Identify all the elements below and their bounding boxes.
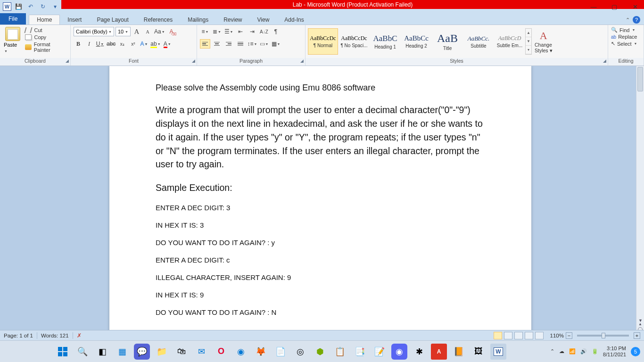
pdf-button[interactable]: A (431, 344, 447, 360)
firefox-button[interactable]: 🦊 (253, 344, 269, 360)
bold-button[interactable]: B (74, 39, 83, 49)
underline-button[interactable]: U▼ (95, 39, 105, 49)
slack-button[interactable]: ✱ (411, 344, 427, 360)
vertical-scrollbar[interactable]: ▼ ▼ ▲ (636, 66, 644, 340)
prev-page-button[interactable]: ▲ (638, 322, 642, 326)
discord-button[interactable]: ◉ (391, 344, 407, 360)
search-button[interactable]: 🔍 (74, 344, 91, 360)
find-button[interactable]: 🔍Find ▼ (611, 27, 641, 33)
align-left-button[interactable] (200, 39, 210, 49)
increase-indent-button[interactable]: ⇥ (247, 27, 257, 36)
volume-icon[interactable]: 🔊 (580, 348, 587, 354)
font-color-button[interactable]: A▼ (163, 39, 172, 49)
view-web-layout[interactable] (514, 332, 523, 339)
borders-button[interactable]: ▦▼ (271, 39, 281, 49)
style---normal[interactable]: AaBbCcDc¶ Normal (308, 28, 338, 55)
app-button-5[interactable]: 🖼 (471, 344, 487, 360)
close-button[interactable]: ✕ (629, 3, 641, 10)
status-page[interactable]: Page: 1 of 1 (4, 333, 33, 338)
font-name-combo[interactable]: Calibri (Body)▼ (74, 27, 114, 36)
sort-button[interactable]: A↓Z (259, 27, 269, 36)
zoom-out-button[interactable]: − (566, 332, 572, 339)
style-title[interactable]: AaBTitle (432, 28, 462, 55)
font-size-combo[interactable]: 10▼ (116, 27, 131, 36)
clock[interactable]: 3:10 PM 8/11/2021 (603, 346, 626, 357)
notepad-button[interactable]: 📄 (272, 344, 289, 360)
task-view-button[interactable]: ◧ (94, 344, 110, 360)
multilevel-list-button[interactable]: ☰▼ (223, 27, 234, 36)
font-dialog-launcher[interactable]: ◢ (192, 58, 195, 63)
app-button-3[interactable]: 📑 (352, 344, 368, 360)
select-button[interactable]: ↖Select ▼ (611, 41, 641, 47)
battery-icon[interactable]: 🔋 (592, 348, 598, 354)
qat-save-button[interactable]: 💾 (13, 2, 24, 11)
format-painter-button[interactable]: Format Painter (24, 41, 67, 53)
style-heading-2[interactable]: AaBbCcHeading 2 (401, 28, 431, 55)
tab-file[interactable]: File (0, 13, 26, 25)
app-button-2[interactable]: 📋 (332, 344, 348, 360)
bullets-button[interactable]: ≡▼ (200, 27, 210, 36)
tab-insert[interactable]: Insert (60, 15, 89, 25)
app-button-4[interactable]: 📙 (451, 344, 467, 360)
highlight-button[interactable]: ab▼ (150, 39, 161, 49)
copy-button[interactable]: Copy (24, 34, 67, 41)
zoom-in-button[interactable]: + (634, 332, 640, 339)
tab-mailings[interactable]: Mailings (180, 15, 216, 25)
paste-icon[interactable] (5, 27, 20, 41)
opera-button[interactable]: O (213, 344, 229, 360)
clipboard-dialog-launcher[interactable]: ◢ (66, 58, 69, 63)
status-words[interactable]: Words: 121 (41, 333, 69, 338)
paste-button[interactable]: Paste ▼ (4, 42, 21, 53)
shading-button[interactable]: ▭▼ (259, 39, 269, 49)
paragraph-dialog-launcher[interactable]: ◢ (300, 58, 304, 63)
superscript-button[interactable]: x² (128, 39, 138, 49)
zoom-level[interactable]: 110% (550, 333, 564, 338)
view-print-layout[interactable] (494, 332, 502, 339)
style---no-spaci---[interactable]: AaBbCcDc¶ No Spaci... (339, 28, 369, 55)
align-center-button[interactable] (212, 39, 222, 49)
chrome-button[interactable]: ◎ (292, 344, 308, 360)
help-button[interactable]: ? (633, 16, 640, 24)
wifi-icon[interactable]: 📶 (569, 348, 576, 354)
app-button-1[interactable]: ⬢ (312, 344, 328, 360)
cut-button[interactable]: Cut (24, 27, 67, 33)
numbering-button[interactable]: ≣▼ (212, 27, 222, 36)
change-styles-button[interactable]: AChangeStyles ▾ (532, 30, 555, 53)
text-effects-button[interactable]: A▼ (139, 39, 149, 49)
view-full-screen[interactable] (504, 332, 512, 339)
proofing-icon[interactable]: ✗ (77, 332, 82, 339)
tray-expand-button[interactable]: ⌃ (550, 348, 554, 354)
onedrive-icon[interactable]: ☁ (559, 348, 564, 354)
clear-formatting-button[interactable]: A⌫ (167, 27, 176, 36)
styles-scroll[interactable]: ▲▼▾ (525, 28, 532, 55)
style-subtle-em---[interactable]: AaBbCcDSubtle Em... (495, 28, 525, 55)
strikethrough-button[interactable]: abc (106, 39, 116, 49)
qat-customize-button[interactable]: ▾ (50, 2, 60, 11)
qat-undo-button[interactable]: ↶ (25, 2, 36, 11)
view-outline[interactable] (525, 332, 533, 339)
justify-button[interactable] (235, 39, 246, 49)
mail-button[interactable]: ✉ (193, 344, 209, 360)
zoom-slider[interactable] (577, 335, 629, 337)
change-case-button[interactable]: Aa▼ (154, 27, 165, 36)
zoom-slider-thumb[interactable] (602, 333, 605, 338)
edge-button[interactable]: ◉ (233, 344, 249, 360)
tab-page-layout[interactable]: Page Layout (89, 15, 136, 25)
style-heading-1[interactable]: AaBbCHeading 1 (370, 28, 400, 55)
start-button[interactable] (55, 344, 71, 360)
italic-button[interactable]: I (84, 39, 94, 49)
scrollbar-thumb[interactable] (637, 67, 643, 91)
explorer-button[interactable]: 📁 (154, 344, 170, 360)
tab-view[interactable]: View (250, 15, 277, 25)
align-right-button[interactable] (223, 39, 234, 49)
ribbon-minimize-button[interactable]: ⌃ (626, 17, 630, 23)
minimize-button[interactable]: — (587, 3, 600, 10)
replace-button[interactable]: abReplace (611, 34, 641, 40)
tab-addins[interactable]: Add-Ins (277, 15, 311, 25)
document-page[interactable]: Please solve the Assembly code using Emu… (109, 66, 531, 340)
word-taskbar-button[interactable]: W (490, 344, 506, 360)
tab-references[interactable]: References (136, 15, 180, 25)
tab-home[interactable]: Home (29, 15, 60, 25)
qat-redo-button[interactable]: ↻ (38, 2, 48, 11)
show-marks-button[interactable]: ¶ (271, 27, 281, 36)
